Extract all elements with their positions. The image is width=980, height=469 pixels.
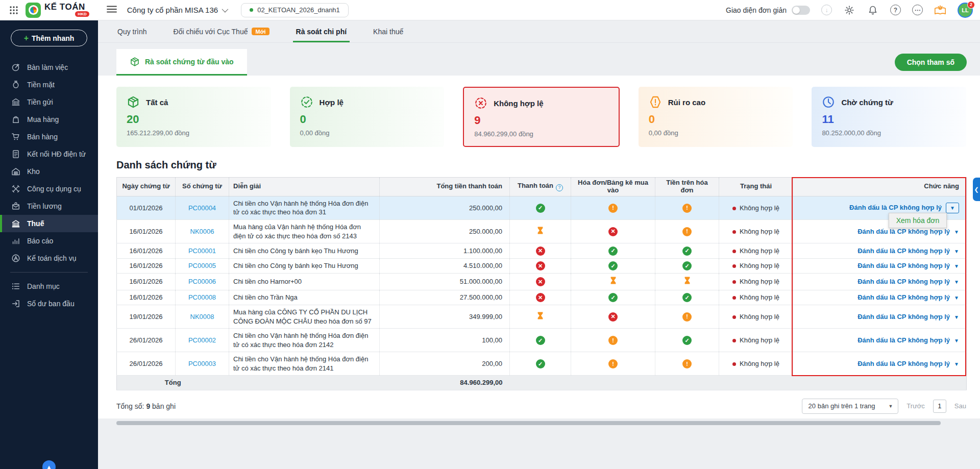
cell-actions: Đánh dấu là CP không hợp lý▼ (793, 243, 967, 259)
document-number-link[interactable]: PC00001 (188, 247, 216, 255)
app-launcher-grid-icon[interactable] (7, 4, 20, 17)
download-icon[interactable]: ↓ (821, 5, 832, 15)
collapse-panel-handle[interactable]: ❮ (973, 178, 980, 201)
document-number-link[interactable]: PC00008 (188, 293, 216, 301)
row-action-caret-button[interactable]: ▼ (954, 229, 959, 235)
sidebar-item-ban-hang[interactable]: Bán hàng (0, 128, 98, 145)
mark-invalid-expense-link[interactable]: Đánh dấu là CP không hợp lý (857, 247, 950, 255)
mark-invalid-expense-link[interactable]: Đánh dấu là CP không hợp lý (857, 278, 950, 285)
cell-invoice-status: ✕ (571, 305, 655, 329)
status-label: Không hợp lệ (740, 247, 779, 255)
status-label: Không hợp lệ (740, 278, 779, 285)
row-action-caret-button[interactable]: ▼ (954, 263, 959, 269)
document-number-link[interactable]: NK0006 (190, 228, 214, 235)
table-footer: Tổng số: 9 bản ghi 20 bản ghi trên 1 tra… (116, 399, 966, 414)
cell-date: 16/01/2026 (117, 219, 176, 243)
summary-card-khong-hop-le[interactable]: Không hợp lệ984.960.299,00 đồng (463, 87, 620, 147)
company-selector[interactable]: Công ty cổ phần MISA 136 (127, 6, 227, 14)
cell-invoice-status: ✕ (571, 219, 655, 243)
row-action-caret-button[interactable]: ▼ (946, 203, 959, 213)
document-number-link[interactable]: NK0008 (190, 313, 214, 320)
cell-total-amount: 200,00 (380, 352, 510, 376)
prev-page-button[interactable]: Trước (906, 402, 925, 410)
page-size-select[interactable]: 20 bản ghi trên 1 trang ▼ (802, 399, 899, 414)
sidebar-item-ket-noi-hd-dien-tu[interactable]: Kết nối HĐ điện tử (0, 145, 98, 163)
document-number-link[interactable]: PC00003 (188, 360, 216, 367)
table-row[interactable]: 16/01/2026PC00006Chi tiền cho Harnor+005… (117, 274, 967, 290)
session-tab[interactable]: 02_KETOAN_2026_dnanh1 (241, 3, 349, 17)
summary-card-hop-le[interactable]: Hợp lệ00,00 đồng (290, 87, 445, 147)
table-row[interactable]: 16/01/2026PC00008Chi tiền cho Trần Nga27… (117, 290, 967, 305)
table-row[interactable]: 19/01/2026NK0008Mua hàng của CÔNG TY CỔ … (117, 305, 967, 329)
sidebar-item-bao-cao[interactable]: Báo cáo (0, 232, 98, 250)
table-row[interactable]: 01/01/2026PC00004Chi tiền cho Vận hành h… (117, 196, 967, 219)
quick-add-button[interactable]: + Thêm nhanh (11, 30, 87, 46)
help-icon[interactable]: ? (890, 5, 901, 15)
more-options-icon[interactable]: ⋯ (912, 5, 923, 15)
table-row[interactable]: 16/01/2026NK0006Mua hàng của Vận hành hệ… (117, 219, 967, 243)
horizontal-scrollbar-thumb[interactable] (116, 421, 941, 425)
sidebar-item-mua-hang[interactable]: Mua hàng (0, 111, 98, 128)
mark-invalid-expense-link[interactable]: Đánh dấu là CP không hợp lý (857, 293, 950, 301)
tab-doi-chieu-voi-cuc-thue[interactable]: Đối chiếu với Cục ThuếMới (174, 20, 270, 42)
sidebar-item-thue[interactable]: Thuế (0, 215, 98, 232)
row-action-caret-button[interactable]: ▼ (954, 338, 959, 343)
mark-invalid-expense-link[interactable]: Đánh dấu là CP không hợp lý (857, 360, 950, 367)
table-row[interactable]: 26/01/2026PC00002Chi tiền cho Vận hành h… (117, 329, 967, 352)
status-dot-icon (732, 207, 736, 210)
tips-lamp-icon[interactable] (934, 4, 946, 16)
mark-invalid-expense-link[interactable]: Đánh dấu là CP không hợp lý (849, 204, 942, 211)
document-number-link[interactable]: PC00006 (188, 278, 216, 285)
sidebar-item-so-du-ban-dau[interactable]: Số dư ban đầu (0, 295, 98, 312)
mark-invalid-expense-link[interactable]: Đánh dấu là CP không hợp lý (857, 228, 950, 235)
row-action-caret-button[interactable]: ▼ (954, 249, 959, 254)
table-row[interactable]: 26/01/2026PC00003Chi tiền cho Vận hành h… (117, 352, 967, 376)
status-dot-icon (732, 264, 736, 268)
sidebar-item-danh-muc[interactable]: Danh mục (0, 278, 98, 295)
mark-invalid-expense-link[interactable]: Đánh dấu là CP không hợp lý (857, 336, 950, 344)
table-row[interactable]: 16/01/2026PC00001Chi tiền cho Công ty bá… (117, 243, 967, 259)
sidebar-item-kho[interactable]: Kho (0, 163, 98, 180)
sidebar-scroll-up-button[interactable]: ▲ (42, 460, 56, 469)
mark-invalid-expense-link[interactable]: Đánh dấu là CP không hợp lý (857, 313, 950, 320)
sidebar-item-ban-lam-viec[interactable]: Bàn làm việc (0, 59, 98, 76)
gear-icon[interactable] (843, 4, 855, 16)
summary-card-cho-chung-tu[interactable]: Chờ chứng từ1180.252.000,00 đồng (812, 87, 966, 147)
sidebar-item-tien-luong[interactable]: Tiền lương (0, 198, 98, 215)
user-avatar[interactable]: LL 2 (958, 3, 973, 18)
tab-ra-soat-chi-phi[interactable]: Rà soát chi phí (296, 20, 347, 42)
simple-ui-toggle[interactable] (792, 6, 810, 15)
choose-params-button[interactable]: Chọn tham số (895, 54, 967, 71)
row-action-caret-button[interactable]: ▼ (954, 279, 959, 285)
next-page-button[interactable]: Sau (954, 402, 966, 410)
row-action-caret-button[interactable]: ▼ (954, 314, 959, 320)
tab-quy-trinh[interactable]: Quy trình (117, 20, 147, 42)
table-row[interactable]: 16/01/2026PC00005Chi tiền cho Công ty bá… (117, 258, 967, 274)
checkdash-icon (300, 95, 313, 109)
document-table: Ngày chứng từSố chứng từDiễn giảiTổng ti… (116, 177, 967, 390)
sidebar-item-tien-mat[interactable]: Tiền mặt (0, 76, 98, 93)
openbal-icon (11, 299, 20, 308)
document-number-link[interactable]: PC00002 (188, 336, 216, 344)
sidebar-item-tien-gui[interactable]: Tiền gửi (0, 93, 98, 111)
row-action-caret-button[interactable]: ▼ (954, 361, 959, 367)
summary-card-rui-ro-cao[interactable]: Rủi ro cao00,00 đồng (639, 87, 793, 147)
tab-khai-thue[interactable]: Khai thuế (373, 20, 403, 42)
document-number-link[interactable]: PC00004 (188, 204, 216, 212)
hamburger-menu-icon[interactable] (107, 6, 118, 15)
bell-icon[interactable] (867, 4, 879, 16)
sidebar-item-label: Tiền gửi (27, 98, 53, 106)
summary-card-tat-ca[interactable]: Tất cả20165.212.299,00 đồng (116, 87, 271, 147)
menu-item-view-invoice[interactable]: Xem hóa đơn (896, 216, 940, 225)
card-count: 20 (127, 113, 261, 126)
document-number-link[interactable]: PC00005 (188, 262, 216, 269)
sidebar-item-cong-cu-dung-cu[interactable]: Công cụ dụng cụ (0, 180, 98, 198)
topbar: KẾ TOÁN HKD Công ty cổ phần MISA 136 02_… (0, 0, 980, 20)
cell-invoice-amount-status: ! (655, 352, 719, 376)
subtab-ra-soat-chung-tu-dau-vao[interactable]: Rà soát chứng từ đầu vào (116, 49, 247, 76)
row-action-caret-button[interactable]: ▼ (954, 295, 959, 301)
column-help-icon[interactable]: ? (556, 184, 563, 191)
mark-invalid-expense-link[interactable]: Đánh dấu là CP không hợp lý (857, 262, 950, 269)
sidebar-item-ke-toan-dich-vu[interactable]: Kế toán dịch vụ (0, 250, 98, 267)
current-page-button[interactable]: 1 (933, 400, 946, 413)
